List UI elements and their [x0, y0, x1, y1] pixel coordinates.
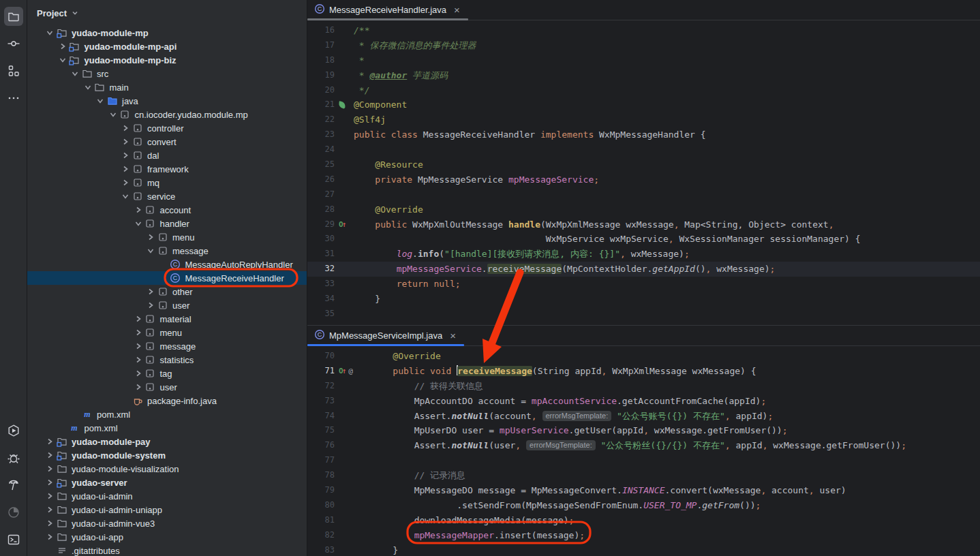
line-number[interactable]: 76	[307, 438, 335, 453]
line-number[interactable]: 75	[307, 423, 335, 438]
tree-item-other[interactable]: other	[27, 285, 307, 298]
code-line-21[interactable]: 21@Component	[307, 97, 980, 112]
line-number[interactable]: 81	[307, 513, 335, 528]
line-number[interactable]: 79	[307, 483, 335, 498]
tab-mpmessageserviceimpl-java[interactable]: C MpMessageServiceImpl.java ×	[307, 326, 464, 345]
tree-item-messagereceivehandler[interactable]: CMessageReceiveHandler	[27, 271, 307, 285]
code-line-72[interactable]: 72 // 获得关联信息	[307, 379, 980, 394]
chevron-collapsed-icon[interactable]	[132, 204, 144, 215]
chevron-collapsed-icon[interactable]	[144, 232, 157, 243]
code-line-80[interactable]: 80 .setSendFrom(MpMessageSendFromEnum.US…	[307, 498, 980, 513]
code-line-24[interactable]: 24	[307, 142, 980, 157]
code-line-22[interactable]: 22@Slf4j	[307, 112, 980, 127]
line-number[interactable]: 32	[307, 262, 335, 277]
tree-item-yudao-ui-admin-uniapp[interactable]: yudao-ui-admin-uniapp	[27, 503, 307, 516]
tree-item-account[interactable]: account	[27, 203, 307, 217]
tree-item-package-info-java[interactable]: package-info.java	[27, 394, 307, 407]
line-number[interactable]: 35	[307, 307, 335, 322]
code-line-78[interactable]: 78 // 记录消息	[307, 468, 980, 483]
code-line-23[interactable]: 23public class MessageReceiveHandler imp…	[307, 127, 980, 142]
close-icon[interactable]: ×	[450, 330, 456, 341]
chevron-collapsed-icon[interactable]	[57, 41, 69, 52]
tab-messagereceivehandler-java[interactable]: C MessageReceiveHandler.java ×	[307, 0, 468, 20]
chevron-expanded-icon[interactable]	[57, 55, 69, 65]
tree-item--gitattributes[interactable]: .gitattributes	[27, 544, 307, 556]
chevron-collapsed-icon[interactable]	[119, 164, 132, 174]
chevron-down-icon[interactable]	[72, 7, 78, 19]
code-line-31[interactable]: 31 log.info("[handle][接收到请求消息, 内容: {}]",…	[307, 247, 980, 262]
code-line-25[interactable]: 25 @Resource	[307, 157, 980, 172]
tree-item-yudao-ui-app[interactable]: yudao-ui-app	[27, 530, 307, 544]
line-number[interactable]: 25	[307, 157, 335, 172]
code-line-70[interactable]: 70 @Override	[307, 349, 980, 364]
line-number[interactable]: 19	[307, 68, 335, 83]
line-number[interactable]: 78	[307, 468, 335, 483]
tree-item-message[interactable]: message	[27, 244, 307, 258]
code-line-76[interactable]: 76 Assert.notNull(user, errorMsgTemplate…	[307, 438, 980, 453]
tree-item-src[interactable]: src	[27, 67, 307, 80]
tree-item-yudao-module-mp[interactable]: yudao-module-mp	[27, 26, 307, 40]
tree-item-menu[interactable]: menu	[27, 326, 307, 339]
code-line-28[interactable]: 28 @Override	[307, 202, 980, 217]
tree-item-mq[interactable]: mq	[27, 176, 307, 189]
line-number[interactable]: 31	[307, 247, 335, 262]
overrides-and-annotation-gutter-icon[interactable]: O↑@	[335, 364, 371, 379]
chevron-collapsed-icon[interactable]	[132, 368, 144, 379]
chevron-expanded-icon[interactable]	[144, 245, 157, 256]
debug-icon[interactable]	[4, 448, 23, 467]
tree-item-handler[interactable]: handler	[27, 217, 307, 230]
code-line-19[interactable]: 19 * @author 芋道源码	[307, 68, 980, 83]
tree-item-yudao-module-pay[interactable]: yudao-module-pay	[27, 435, 307, 448]
code-line-71[interactable]: 71O↑@ public void receiveMessage(String …	[307, 364, 980, 379]
code-line-34[interactable]: 34 }	[307, 292, 980, 307]
chevron-collapsed-icon[interactable]	[44, 518, 56, 529]
project-icon[interactable]	[4, 7, 23, 26]
tree-item-cn-iocoder-yudao-module-mp[interactable]: cn.iocoder.yudao.module.mp	[27, 108, 307, 121]
tree-item-yudao-ui-admin-vue3[interactable]: yudao-ui-admin-vue3	[27, 516, 307, 530]
code-line-32[interactable]: 32 mpMessageService.receiveMessage(MpCon…	[307, 262, 980, 277]
line-number[interactable]: 29	[307, 217, 335, 232]
code-line-16[interactable]: 16/**	[307, 23, 980, 38]
terminal-icon[interactable]	[4, 530, 23, 549]
chevron-expanded-icon[interactable]	[82, 82, 94, 93]
line-number[interactable]: 71	[307, 364, 335, 379]
tree-item-controller[interactable]: controller	[27, 121, 307, 135]
line-number[interactable]: 21	[307, 97, 335, 112]
tree-item-framework[interactable]: framework	[27, 162, 307, 176]
code-line-18[interactable]: 18 *	[307, 53, 980, 68]
tree-item-menu[interactable]: menu	[27, 230, 307, 244]
chevron-collapsed-icon[interactable]	[144, 286, 157, 297]
tree-item-statistics[interactable]: statistics	[27, 353, 307, 367]
chevron-collapsed-icon[interactable]	[132, 313, 144, 324]
code-line-77[interactable]: 77	[307, 453, 980, 468]
run-icon[interactable]	[4, 421, 23, 440]
more-icon[interactable]	[4, 89, 23, 108]
line-number[interactable]: 72	[307, 379, 335, 394]
code-line-82[interactable]: 82 mpMessageMapper.insert(message);	[307, 528, 980, 543]
profiler-icon[interactable]	[4, 503, 23, 522]
line-number[interactable]: 22	[307, 112, 335, 127]
tree-item-yudao-server[interactable]: yudao-server	[27, 476, 307, 489]
code-line-75[interactable]: 75 MpUserDO user = mpUserService.getUser…	[307, 423, 980, 438]
tree-item-dal[interactable]: dal	[27, 149, 307, 162]
tree-item-user[interactable]: user	[27, 298, 307, 312]
code-area-bottom[interactable]: 70 @Override71O↑@ public void receiveMes…	[307, 346, 980, 556]
chevron-collapsed-icon[interactable]	[132, 327, 144, 338]
tree-item-message[interactable]: message	[27, 339, 307, 353]
tree-item-yudao-module-system[interactable]: yudao-module-system	[27, 448, 307, 462]
tree-item-service[interactable]: service	[27, 189, 307, 203]
tree-item-yudao-module-mp-api[interactable]: yudao-module-mp-api	[27, 40, 307, 53]
line-number[interactable]: 27	[307, 187, 335, 202]
chevron-collapsed-icon[interactable]	[132, 382, 144, 392]
code-line-26[interactable]: 26 private MpMessageService mpMessageSer…	[307, 172, 980, 187]
chevron-expanded-icon[interactable]	[119, 191, 132, 202]
chevron-collapsed-icon[interactable]	[44, 491, 56, 501]
line-number[interactable]: 20	[307, 83, 335, 98]
code-line-81[interactable]: 81 downloadMessageMedia(message);	[307, 513, 980, 528]
code-line-74[interactable]: 74 Assert.notNull(account, errorMsgTempl…	[307, 409, 980, 424]
chevron-expanded-icon[interactable]	[94, 95, 106, 106]
chevron-expanded-icon[interactable]	[132, 218, 144, 229]
line-number[interactable]: 17	[307, 38, 335, 53]
chevron-collapsed-icon[interactable]	[44, 436, 56, 447]
tree-item-messageautoreplyhandler[interactable]: CMessageAutoReplyHandler	[27, 258, 307, 271]
